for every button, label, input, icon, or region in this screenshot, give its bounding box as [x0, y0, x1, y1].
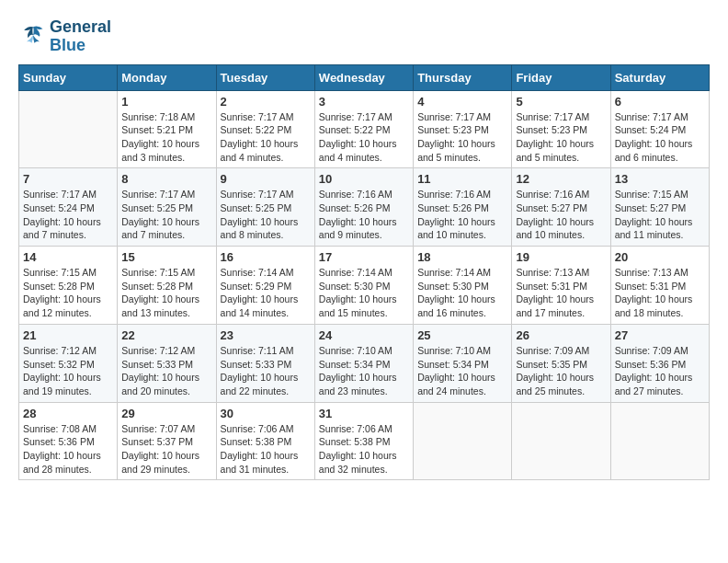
calendar-day-cell: 8Sunrise: 7:17 AMSunset: 5:25 PMDaylight…: [118, 168, 216, 247]
calendar-header-wednesday: Wednesday: [314, 64, 413, 90]
day-number: 23: [221, 328, 311, 342]
day-number: 11: [417, 172, 507, 186]
day-number: 8: [121, 172, 211, 186]
calendar-day-cell: 26Sunrise: 7:09 AMSunset: 5:35 PMDayligh…: [512, 324, 610, 402]
day-info: Sunrise: 7:16 AMSunset: 5:27 PMDaylight:…: [516, 188, 606, 242]
day-number: 24: [319, 328, 409, 342]
calendar-day-cell: 1Sunrise: 7:18 AMSunset: 5:21 PMDaylight…: [118, 90, 216, 168]
calendar-day-cell: 16Sunrise: 7:14 AMSunset: 5:29 PMDayligh…: [216, 247, 314, 325]
calendar-day-cell: 25Sunrise: 7:10 AMSunset: 5:34 PMDayligh…: [414, 324, 512, 402]
day-info: Sunrise: 7:13 AMSunset: 5:31 PMDaylight:…: [516, 266, 606, 320]
day-info: Sunrise: 7:10 AMSunset: 5:34 PMDaylight:…: [417, 344, 507, 398]
day-number: 3: [319, 95, 409, 109]
calendar-day-cell: 10Sunrise: 7:16 AMSunset: 5:26 PMDayligh…: [314, 168, 413, 247]
calendar-day-cell: 11Sunrise: 7:16 AMSunset: 5:26 PMDayligh…: [414, 168, 512, 247]
day-number: 2: [221, 95, 311, 109]
day-number: 19: [516, 250, 606, 264]
calendar-header-friday: Friday: [512, 64, 610, 90]
calendar-day-cell: 29Sunrise: 7:07 AMSunset: 5:37 PMDayligh…: [118, 402, 216, 480]
day-info: Sunrise: 7:07 AMSunset: 5:37 PMDaylight:…: [121, 422, 211, 477]
calendar-day-cell: 9Sunrise: 7:17 AMSunset: 5:25 PMDaylight…: [216, 168, 314, 247]
calendar-week-row: 14Sunrise: 7:15 AMSunset: 5:28 PMDayligh…: [19, 247, 710, 325]
calendar-day-cell: 6Sunrise: 7:17 AMSunset: 5:24 PMDaylight…: [610, 90, 709, 168]
calendar-header-monday: Monday: [118, 64, 216, 90]
day-number: 27: [615, 328, 705, 342]
day-number: 1: [121, 95, 211, 109]
calendar-day-cell: 21Sunrise: 7:12 AMSunset: 5:32 PMDayligh…: [19, 324, 118, 402]
calendar-day-cell: [610, 402, 709, 480]
day-info: Sunrise: 7:06 AMSunset: 5:38 PMDaylight:…: [221, 422, 311, 477]
day-number: 26: [516, 328, 606, 342]
calendar-day-cell: 18Sunrise: 7:14 AMSunset: 5:30 PMDayligh…: [414, 247, 512, 325]
logo-icon: [20, 22, 46, 48]
day-number: 5: [516, 95, 606, 109]
calendar-day-cell: 7Sunrise: 7:17 AMSunset: 5:24 PMDaylight…: [19, 168, 118, 247]
calendar-day-cell: 20Sunrise: 7:13 AMSunset: 5:31 PMDayligh…: [610, 247, 709, 325]
day-info: Sunrise: 7:16 AMSunset: 5:26 PMDaylight:…: [417, 188, 507, 242]
calendar-day-cell: 30Sunrise: 7:06 AMSunset: 5:38 PMDayligh…: [216, 402, 314, 480]
calendar-day-cell: 31Sunrise: 7:06 AMSunset: 5:38 PMDayligh…: [314, 402, 413, 480]
calendar-day-cell: 17Sunrise: 7:14 AMSunset: 5:30 PMDayligh…: [314, 247, 413, 325]
calendar-day-cell: 15Sunrise: 7:15 AMSunset: 5:28 PMDayligh…: [118, 247, 216, 325]
day-number: 17: [319, 250, 409, 264]
calendar-day-cell: [414, 402, 512, 480]
day-info: Sunrise: 7:17 AMSunset: 5:23 PMDaylight:…: [516, 110, 606, 165]
calendar-day-cell: [19, 90, 118, 168]
day-number: 18: [417, 250, 507, 264]
day-number: 31: [319, 407, 409, 420]
calendar-day-cell: 5Sunrise: 7:17 AMSunset: 5:23 PMDaylight…: [512, 90, 610, 168]
calendar-day-cell: 22Sunrise: 7:12 AMSunset: 5:33 PMDayligh…: [118, 324, 216, 402]
day-info: Sunrise: 7:17 AMSunset: 5:22 PMDaylight:…: [221, 110, 311, 165]
calendar-day-cell: 14Sunrise: 7:15 AMSunset: 5:28 PMDayligh…: [19, 247, 118, 325]
calendar-day-cell: 24Sunrise: 7:10 AMSunset: 5:34 PMDayligh…: [314, 324, 413, 402]
day-info: Sunrise: 7:11 AMSunset: 5:33 PMDaylight:…: [221, 344, 311, 398]
day-info: Sunrise: 7:16 AMSunset: 5:26 PMDaylight:…: [319, 188, 409, 242]
logo: General Blue: [18, 18, 111, 55]
calendar-week-row: 7Sunrise: 7:17 AMSunset: 5:24 PMDaylight…: [19, 168, 710, 247]
calendar-header-tuesday: Tuesday: [216, 64, 314, 90]
day-info: Sunrise: 7:17 AMSunset: 5:25 PMDaylight:…: [221, 188, 311, 242]
day-info: Sunrise: 7:15 AMSunset: 5:28 PMDaylight:…: [121, 266, 211, 320]
page-header: General Blue: [18, 18, 710, 55]
day-info: Sunrise: 7:08 AMSunset: 5:36 PMDaylight:…: [23, 422, 113, 477]
logo-text-line2: Blue: [50, 37, 111, 55]
day-number: 10: [319, 172, 409, 186]
day-info: Sunrise: 7:13 AMSunset: 5:31 PMDaylight:…: [615, 266, 705, 320]
day-number: 14: [23, 250, 113, 264]
calendar-day-cell: 3Sunrise: 7:17 AMSunset: 5:22 PMDaylight…: [314, 90, 413, 168]
calendar-week-row: 28Sunrise: 7:08 AMSunset: 5:36 PMDayligh…: [19, 402, 710, 480]
day-info: Sunrise: 7:14 AMSunset: 5:30 PMDaylight:…: [417, 266, 507, 320]
day-info: Sunrise: 7:14 AMSunset: 5:29 PMDaylight:…: [221, 266, 311, 320]
day-info: Sunrise: 7:18 AMSunset: 5:21 PMDaylight:…: [121, 110, 211, 165]
calendar-table: SundayMondayTuesdayWednesdayThursdayFrid…: [18, 64, 710, 481]
day-info: Sunrise: 7:17 AMSunset: 5:25 PMDaylight:…: [121, 188, 211, 242]
day-number: 28: [23, 407, 113, 420]
day-number: 15: [121, 250, 211, 264]
calendar-day-cell: 27Sunrise: 7:09 AMSunset: 5:36 PMDayligh…: [610, 324, 709, 402]
day-number: 4: [417, 95, 507, 109]
day-number: 25: [417, 328, 507, 342]
calendar-day-cell: 23Sunrise: 7:11 AMSunset: 5:33 PMDayligh…: [216, 324, 314, 402]
day-number: 20: [615, 250, 705, 264]
day-number: 12: [516, 172, 606, 186]
calendar-header-saturday: Saturday: [610, 64, 709, 90]
day-info: Sunrise: 7:17 AMSunset: 5:24 PMDaylight:…: [615, 110, 705, 165]
day-info: Sunrise: 7:09 AMSunset: 5:36 PMDaylight:…: [615, 344, 705, 398]
logo-text-line1: General: [50, 18, 111, 37]
day-info: Sunrise: 7:17 AMSunset: 5:24 PMDaylight:…: [23, 188, 113, 242]
calendar-day-cell: 28Sunrise: 7:08 AMSunset: 5:36 PMDayligh…: [19, 402, 118, 480]
day-number: 22: [121, 328, 211, 342]
day-info: Sunrise: 7:15 AMSunset: 5:28 PMDaylight:…: [23, 266, 113, 320]
calendar-day-cell: 19Sunrise: 7:13 AMSunset: 5:31 PMDayligh…: [512, 247, 610, 325]
day-info: Sunrise: 7:14 AMSunset: 5:30 PMDaylight:…: [319, 266, 409, 320]
day-number: 29: [121, 407, 211, 420]
day-info: Sunrise: 7:10 AMSunset: 5:34 PMDaylight:…: [319, 344, 409, 398]
day-number: 6: [615, 95, 705, 109]
calendar-week-row: 21Sunrise: 7:12 AMSunset: 5:32 PMDayligh…: [19, 324, 710, 402]
day-info: Sunrise: 7:09 AMSunset: 5:35 PMDaylight:…: [516, 344, 606, 398]
calendar-header-sunday: Sunday: [19, 64, 118, 90]
day-info: Sunrise: 7:17 AMSunset: 5:22 PMDaylight:…: [319, 110, 409, 165]
calendar-week-row: 1Sunrise: 7:18 AMSunset: 5:21 PMDaylight…: [19, 90, 710, 168]
calendar-day-cell: 13Sunrise: 7:15 AMSunset: 5:27 PMDayligh…: [610, 168, 709, 247]
calendar-header-thursday: Thursday: [414, 64, 512, 90]
